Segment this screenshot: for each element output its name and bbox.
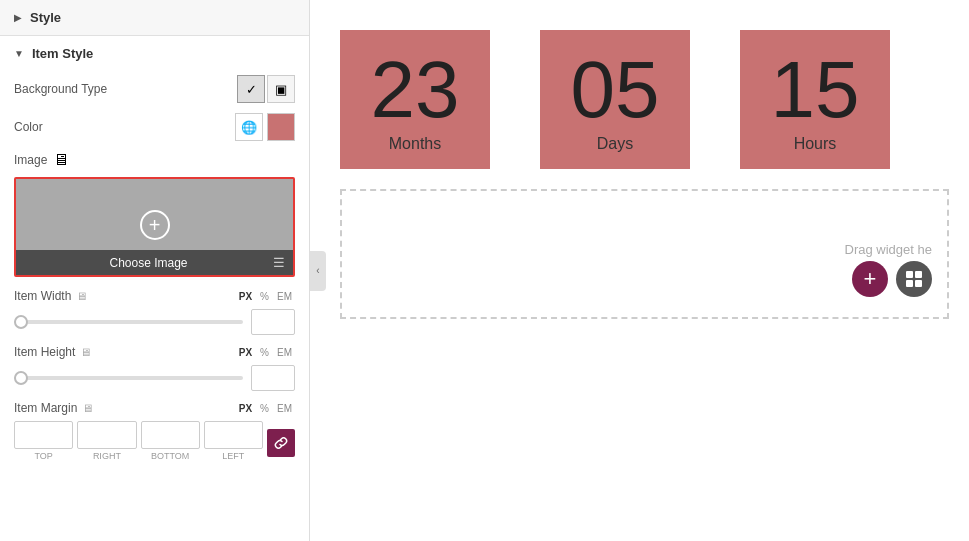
item-width-label: Item Width 🖥 [14,289,87,303]
color-row: Color 🌐 [14,113,295,141]
item-width-slider-row [14,309,295,335]
item-width-header: Item Width 🖥 PX % EM [14,289,295,303]
item-margin-px-btn[interactable]: PX [236,402,255,415]
item-height-slider-row [14,365,295,391]
svg-rect-1 [915,271,922,278]
margin-right-wrap: RIGHT [77,421,136,461]
style-header[interactable]: ▶ Style [0,0,309,36]
margin-left-label: LEFT [222,451,244,461]
image-label: Image [14,153,47,167]
countdown-days-unit: Days [597,135,633,169]
svg-rect-0 [906,271,913,278]
item-height-header: Item Height 🖥 PX % EM [14,345,295,359]
choose-image-label[interactable]: Choose Image [24,256,273,270]
item-height-section: Item Height 🖥 PX % EM [14,345,295,391]
image-label-row: Image 🖥 [14,151,295,169]
margin-link-btn[interactable] [267,429,295,457]
color-swatch[interactable] [267,113,295,141]
countdown-days-number: 05 [551,30,680,135]
item-margin-monitor-icon: 🖥 [82,402,93,414]
add-widget-btn[interactable]: + [852,261,888,297]
widget-icon [905,270,923,288]
item-height-slider[interactable] [14,376,243,380]
item-margin-pct-btn[interactable]: % [257,402,272,415]
item-height-px-btn[interactable]: PX [236,346,255,359]
margin-inputs: TOP RIGHT BOTTOM LEFT [14,421,263,461]
margin-top-label: TOP [34,451,52,461]
background-type-row: Background Type ✓ ▣ [14,75,295,103]
style-header-label: Style [30,10,61,25]
image-upload-area[interactable]: + Choose Image ☰ [14,177,295,277]
list-icon[interactable]: ☰ [273,255,285,270]
countdown-display: 23 Months 05 Days 15 Hours [340,30,949,169]
margin-left-input[interactable] [204,421,263,449]
widget-type-btn[interactable] [896,261,932,297]
countdown-hours-number: 15 [751,30,880,135]
countdown-hours: 15 Hours [740,30,890,169]
choose-image-bar: Choose Image ☰ [16,250,293,275]
countdown-spacer-1 [490,30,540,169]
margin-right-label: RIGHT [93,451,121,461]
item-height-label: Item Height 🖥 [14,345,91,359]
item-height-em-btn[interactable]: EM [274,346,295,359]
countdown-months-unit: Months [389,135,441,169]
image-plus-icon: + [140,210,170,240]
countdown-months-number: 23 [351,30,480,135]
item-height-units: PX % EM [236,346,295,359]
image-monitor-icon: 🖥 [53,151,69,169]
item-style-section: ▼ Item Style Background Type ✓ ▣ Color 🌐… [0,36,309,485]
margin-top-input[interactable] [14,421,73,449]
color-controls: 🌐 [235,113,295,141]
item-height-input[interactable] [251,365,295,391]
margin-bottom-wrap: BOTTOM [141,421,200,461]
item-style-arrow: ▼ [14,48,24,59]
item-width-section: Item Width 🖥 PX % EM [14,289,295,335]
item-width-input[interactable] [251,309,295,335]
item-style-title: Item Style [32,46,93,61]
drop-area: Drag widget he + [340,189,949,319]
item-width-pct-btn[interactable]: % [257,290,272,303]
style-arrow: ▶ [14,12,22,23]
item-margin-units: PX % EM [236,402,295,415]
color-label: Color [14,120,43,134]
item-width-slider[interactable] [14,320,243,324]
countdown-months: 23 Months [340,30,490,169]
left-panel: ▶ Style ▼ Item Style Background Type ✓ ▣… [0,0,310,541]
link-icon [274,436,288,450]
margin-inputs-container: TOP RIGHT BOTTOM LEFT [14,421,295,465]
margin-right-input[interactable] [77,421,136,449]
margin-bottom-input[interactable] [141,421,200,449]
item-height-pct-btn[interactable]: % [257,346,272,359]
margin-top-wrap: TOP [14,421,73,461]
item-width-units: PX % EM [236,290,295,303]
item-margin-header: Item Margin 🖥 PX % EM [14,401,295,415]
drag-widget-text: Drag widget he [845,242,932,257]
countdown-hours-unit: Hours [794,135,837,169]
svg-rect-3 [915,280,922,287]
collapse-toggle[interactable]: ‹ [310,251,326,291]
item-margin-section: Item Margin 🖥 PX % EM TOP [14,401,295,465]
section-title[interactable]: ▼ Item Style [14,46,295,61]
right-panel: 23 Months 05 Days 15 Hours Drag widget h… [310,0,969,541]
item-width-px-btn[interactable]: PX [236,290,255,303]
bg-type-buttons: ✓ ▣ [237,75,295,103]
item-width-em-btn[interactable]: EM [274,290,295,303]
margin-bottom-label: BOTTOM [151,451,189,461]
item-margin-label: Item Margin 🖥 [14,401,93,415]
drop-actions: + [852,261,932,297]
background-type-label: Background Type [14,82,107,96]
item-width-monitor-icon: 🖥 [76,290,87,302]
countdown-spacer-2 [690,30,740,169]
item-height-monitor-icon: 🖥 [80,346,91,358]
bg-type-classic-btn[interactable]: ✓ [237,75,265,103]
countdown-days: 05 Days [540,30,690,169]
bg-type-gradient-btn[interactable]: ▣ [267,75,295,103]
item-margin-em-btn[interactable]: EM [274,402,295,415]
svg-rect-2 [906,280,913,287]
globe-btn[interactable]: 🌐 [235,113,263,141]
margin-left-wrap: LEFT [204,421,263,461]
